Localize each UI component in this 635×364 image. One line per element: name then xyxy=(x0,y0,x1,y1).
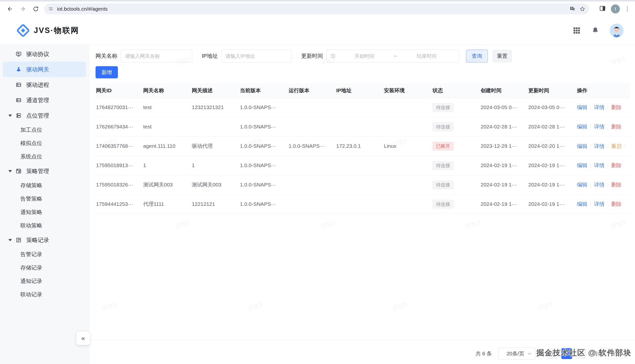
sidebar-collapse-button[interactable]: « xyxy=(76,332,90,345)
detail-link[interactable]: 详情 xyxy=(594,143,604,149)
table-row: 17594441253··· 代理1111 12212121 1.0.0-SNA… xyxy=(96,194,630,214)
sidebar-item-驱动网关[interactable]: 驱动网关 xyxy=(3,62,86,77)
column-header: 网关ID xyxy=(96,83,143,98)
url-text[interactable]: iot.bctools.cn/#/agents xyxy=(57,6,566,12)
cell-actions: 编辑详情删除 xyxy=(576,156,630,175)
sidebar-item-通知记录[interactable]: 通知记录 xyxy=(3,274,86,288)
sidebar-item-label: 策略记录 xyxy=(26,236,49,244)
detail-link[interactable]: 详情 xyxy=(594,182,604,188)
edit-link[interactable]: 编辑 xyxy=(577,182,587,188)
status-badge: 待连接 xyxy=(433,200,454,208)
browser-back-button[interactable] xyxy=(5,4,15,14)
edit-link[interactable]: 编辑 xyxy=(577,104,587,110)
detail-link[interactable]: 详情 xyxy=(594,201,604,207)
status-badge: 待连接 xyxy=(433,103,454,112)
action-divider xyxy=(608,182,608,187)
column-header: 网关描述 xyxy=(191,83,239,98)
sidebar-item-驱动进程[interactable]: 驱动进程 xyxy=(3,77,86,92)
cell-current-version: 1.0.0-SNAPS··· xyxy=(239,156,288,175)
reset-button[interactable]: 重置 xyxy=(492,50,512,62)
delete-link[interactable]: 删除 xyxy=(611,201,621,207)
translate-icon[interactable]: G xyxy=(569,6,576,12)
cell-current-version: 1.0.0-SNAPS··· xyxy=(239,175,288,194)
sidebar-item-告警记录[interactable]: 告警记录 xyxy=(3,248,86,261)
edit-link[interactable]: 编辑 xyxy=(577,201,587,207)
sidebar-item-label: 联动记录 xyxy=(20,291,42,298)
cell-status: 待连接 xyxy=(432,156,480,175)
sidebar-item-联动策略[interactable]: 联动策略 xyxy=(3,219,86,232)
sidebar-item-告警策略[interactable]: 告警策略 xyxy=(3,192,86,206)
ip-label: IP地址 xyxy=(202,52,218,60)
cell-gateway-id: 17595018326··· xyxy=(96,175,143,194)
sidebar-item-联动记录[interactable]: 联动记录 xyxy=(3,288,86,301)
sidebar-item-label: 驱动进程 xyxy=(26,81,49,89)
sidebar-item-驱动协议[interactable]: 驱动协议 xyxy=(3,46,86,62)
detail-link[interactable]: 详情 xyxy=(594,124,604,130)
page-size-select[interactable]: 20条/页 xyxy=(498,348,535,360)
column-header: 更新时间 xyxy=(528,83,576,98)
edit-link[interactable]: 编辑 xyxy=(577,162,587,168)
column-header: 操作 xyxy=(576,83,630,98)
cell-install-env xyxy=(383,98,432,117)
delete-link[interactable]: 删除 xyxy=(611,124,621,130)
browser-reload-button[interactable] xyxy=(31,4,41,14)
ip-input[interactable] xyxy=(221,50,292,62)
sidebar-item-系统点位[interactable]: 系统点位 xyxy=(3,150,86,164)
cell-updated-time: 2024-02-19 1··· xyxy=(528,156,576,175)
prev-page-button[interactable]: ‹ xyxy=(547,348,558,359)
edit-link[interactable]: 编辑 xyxy=(577,124,587,130)
logo-diamond-icon xyxy=(16,23,30,38)
url-bar[interactable]: iot.bctools.cn/#/agents G xyxy=(44,4,589,14)
action-divider xyxy=(590,105,591,110)
delete-link[interactable]: 删除 xyxy=(611,182,621,188)
cell-gateway-desc: 12212121 xyxy=(191,194,239,214)
sidebar-item-点位管理[interactable]: 点位管理 xyxy=(3,108,86,123)
tune-icon[interactable] xyxy=(48,6,54,12)
add-button[interactable]: 新增 xyxy=(96,66,118,78)
browser-menu-icon[interactable]: ⋮ xyxy=(624,6,630,12)
delete-link[interactable]: 删除 xyxy=(611,162,621,168)
chevron-down-icon xyxy=(527,351,532,356)
cell-install-env xyxy=(383,194,432,214)
protocol-icon xyxy=(15,51,22,57)
app-logo[interactable]: JVS·物联网 xyxy=(16,23,79,38)
sidebar-item-存储策略[interactable]: 存储策略 xyxy=(3,179,86,192)
query-button[interactable]: 查询 xyxy=(466,50,488,62)
next-page-button[interactable]: › xyxy=(575,348,586,359)
restart-link[interactable]: 重启 xyxy=(611,143,621,149)
cell-gateway-name: 1 xyxy=(143,156,191,175)
sidebar-item-策略管理[interactable]: 策略管理 xyxy=(3,164,86,179)
edit-link[interactable]: 编辑 xyxy=(577,143,587,149)
sidebar-item-通道管理[interactable]: 通道管理 xyxy=(3,92,86,108)
goto-page-input[interactable] xyxy=(605,348,622,359)
notification-bell-icon[interactable] xyxy=(591,26,599,34)
browser-profile-avatar[interactable]: t xyxy=(611,4,620,14)
detail-link[interactable]: 详情 xyxy=(594,162,604,168)
sidebar-item-通知策略[interactable]: 通知策略 xyxy=(3,206,86,219)
update-time-range-picker[interactable]: 开始时间 ~ 结束时间 xyxy=(327,50,459,62)
sidebar-item-策略记录[interactable]: 策略记录 xyxy=(3,232,86,248)
cell-created-time: 2023-12-29 1··· xyxy=(480,136,528,156)
action-divider xyxy=(608,105,608,110)
apps-grid-icon[interactable] xyxy=(572,26,581,35)
column-header: 状态 xyxy=(432,83,480,98)
action-divider xyxy=(625,144,625,149)
detail-link[interactable]: 详情 xyxy=(594,104,604,110)
sidebar-item-label: 通知策略 xyxy=(20,208,42,216)
sidebar-item-模拟点位[interactable]: 模拟点位 xyxy=(3,136,86,150)
cell-actions: 编辑详情删除 xyxy=(576,117,630,136)
cell-ip xyxy=(336,175,383,194)
sidebar-item-加工点位[interactable]: 加工点位 xyxy=(3,123,86,136)
current-page-button[interactable]: 1 xyxy=(561,348,572,359)
status-badge: 待连接 xyxy=(433,161,454,170)
user-avatar[interactable] xyxy=(610,24,623,38)
column-header: 运行版本 xyxy=(288,83,336,98)
bookmark-star-icon[interactable] xyxy=(579,6,586,12)
range-separator: ~ xyxy=(393,53,398,59)
status-badge: 已断开 xyxy=(433,142,454,150)
browser-forward-button[interactable] xyxy=(18,4,28,14)
sidebar-item-存储记录[interactable]: 存储记录 xyxy=(3,261,86,274)
gateway-name-input[interactable] xyxy=(121,50,192,62)
side-panel-icon[interactable] xyxy=(599,5,606,13)
delete-link[interactable]: 删除 xyxy=(611,104,621,110)
